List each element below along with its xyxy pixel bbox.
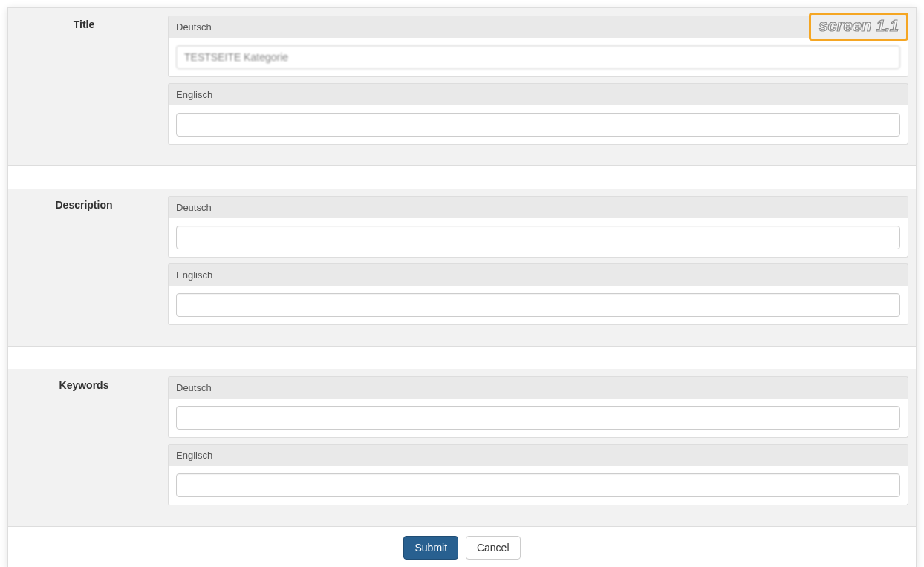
keywords-en-block: Englisch — [168, 444, 908, 505]
keywords-de-input[interactable] — [176, 406, 900, 430]
section-keywords-body: Deutsch Englisch — [160, 369, 916, 526]
section-description: Description Deutsch Englisch — [8, 189, 916, 347]
description-en-label: Englisch — [168, 263, 908, 286]
description-de-label: Deutsch — [168, 196, 908, 218]
form-actions: Submit Cancel — [8, 527, 916, 567]
cancel-button[interactable]: Cancel — [466, 536, 521, 560]
title-de-block: Deutsch — [168, 16, 908, 77]
keywords-en-input[interactable] — [176, 473, 900, 497]
screen-badge: screen 1.1 — [809, 13, 908, 41]
description-de-input[interactable] — [176, 226, 900, 249]
title-en-block: Englisch — [168, 83, 908, 145]
keywords-de-input-wrap — [168, 399, 908, 438]
section-keywords: Keywords Deutsch Englisch — [8, 369, 916, 527]
screen-badge-text: screen 1.1 — [819, 16, 899, 35]
description-en-input-wrap — [168, 286, 908, 325]
submit-button[interactable]: Submit — [403, 536, 458, 560]
title-en-input-wrap — [168, 105, 908, 145]
section-title-label: Title — [8, 8, 160, 165]
form-panel: Title screen 1.1 Deutsch Englisch Descri… — [7, 7, 917, 567]
description-en-input[interactable] — [176, 293, 900, 317]
keywords-en-input-wrap — [168, 466, 908, 505]
keywords-de-label: Deutsch — [168, 376, 908, 399]
spacer — [8, 166, 916, 189]
keywords-de-block: Deutsch — [168, 376, 908, 438]
section-description-label: Description — [8, 189, 160, 346]
title-de-input[interactable] — [176, 45, 900, 69]
description-de-input-wrap — [168, 218, 908, 258]
title-de-label: Deutsch — [168, 16, 908, 38]
keywords-en-label: Englisch — [168, 444, 908, 466]
title-de-input-wrap — [168, 38, 908, 77]
description-de-block: Deutsch — [168, 196, 908, 258]
description-en-block: Englisch — [168, 263, 908, 325]
spacer — [8, 347, 916, 369]
title-en-input[interactable] — [176, 113, 900, 137]
title-en-label: Englisch — [168, 83, 908, 105]
section-title: Title screen 1.1 Deutsch Englisch — [8, 8, 916, 166]
section-title-body: screen 1.1 Deutsch Englisch — [160, 8, 916, 165]
section-keywords-label: Keywords — [8, 369, 160, 526]
section-description-body: Deutsch Englisch — [160, 189, 916, 346]
